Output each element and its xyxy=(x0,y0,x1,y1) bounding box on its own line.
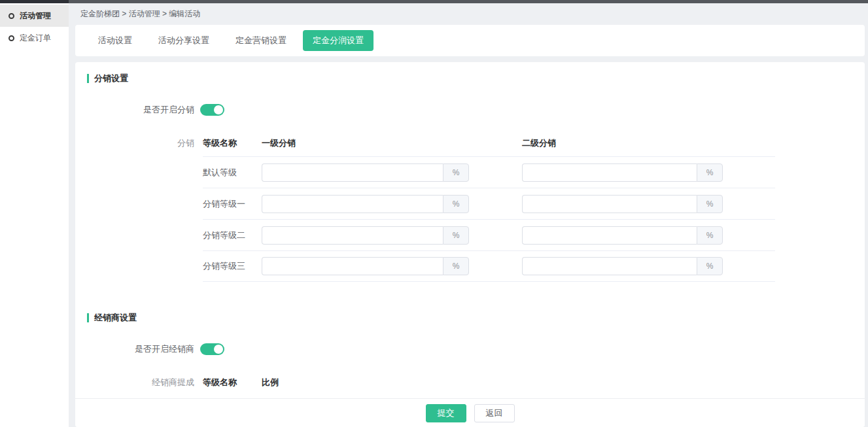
level2-percent-input[interactable] xyxy=(522,226,697,245)
percent-suffix: % xyxy=(443,226,469,245)
section-accent-bar xyxy=(87,74,89,83)
sidebar-item-deposit-orders[interactable]: 定金订单 xyxy=(0,27,69,49)
breadcrumb: 定金阶梯团 > 活动管理 > 编辑活动 xyxy=(75,3,865,25)
distribution-toggle-label: 是否开启分销 xyxy=(75,104,194,116)
level1-input-cell: % xyxy=(262,226,522,245)
footer-action-bar: 提交 返回 xyxy=(75,398,865,427)
app-layout: 活动管理 定金订单 定金阶梯团 > 活动管理 > 编辑活动 活动设置 活动分享设… xyxy=(0,3,868,427)
distribution-toggle-switch[interactable] xyxy=(200,104,224,116)
row-label: 分销等级三 xyxy=(203,260,262,272)
level1-input-cell: % xyxy=(262,163,522,182)
table-row: 分销等级二 % % xyxy=(203,219,775,250)
distribution-group-label: 分销 xyxy=(75,137,194,149)
circle-icon xyxy=(9,13,14,19)
section-title-text: 分销设置 xyxy=(94,73,128,84)
dealer-toggle-row: 是否开启经销商 xyxy=(75,343,865,355)
table-row: 默认等级 % % xyxy=(203,156,775,188)
tab-deposit-profit-settings[interactable]: 定金分润设置 xyxy=(303,30,373,51)
sidebar: 活动管理 定金订单 xyxy=(0,3,69,427)
tab-activity-settings[interactable]: 活动设置 xyxy=(88,30,142,51)
dealer-section-title: 经销商设置 xyxy=(87,312,865,324)
top-dark-strip xyxy=(0,0,868,3)
percent-suffix: % xyxy=(697,226,723,245)
submit-button[interactable]: 提交 xyxy=(426,404,466,422)
column-header-level1: 一级分销 xyxy=(262,137,522,149)
row-label: 默认等级 xyxy=(203,167,262,179)
dealer-table-header: 经销商提成 等级名称 比例 xyxy=(75,376,865,389)
settings-panel: 分销设置 是否开启分销 分销 等级名称 一级分销 二级分销 默认等级 xyxy=(75,62,865,427)
content-area: 定金阶梯团 > 活动管理 > 编辑活动 活动设置 活动分享设置 定金营销设置 定… xyxy=(69,3,868,427)
sidebar-item-label: 定金订单 xyxy=(20,33,51,44)
level1-input-cell: % xyxy=(262,195,522,213)
row-label: 分销等级二 xyxy=(203,230,262,241)
percent-suffix: % xyxy=(697,163,723,182)
percent-suffix: % xyxy=(697,195,723,213)
sidebar-item-label: 活动管理 xyxy=(20,10,51,22)
row-label: 分销等级一 xyxy=(203,198,262,210)
distribution-table: 默认等级 % % 分销等级一 xyxy=(203,156,775,282)
percent-suffix: % xyxy=(443,195,469,213)
table-row: 分销等级一 % % xyxy=(203,188,775,219)
level2-input-cell: % xyxy=(522,195,782,213)
level2-percent-input[interactable] xyxy=(522,257,697,275)
toggle-knob-icon xyxy=(214,345,223,354)
back-button[interactable]: 返回 xyxy=(474,404,515,422)
level1-percent-input[interactable] xyxy=(262,226,443,245)
tab-bar: 活动设置 活动分享设置 定金营销设置 定金分润设置 xyxy=(75,25,865,56)
toggle-knob-icon xyxy=(214,105,223,114)
dealer-group-label: 经销商提成 xyxy=(75,377,194,388)
column-header-level-name: 等级名称 xyxy=(203,377,262,388)
dealer-toggle-switch[interactable] xyxy=(200,343,224,355)
tab-activity-share-settings[interactable]: 活动分享设置 xyxy=(148,30,219,51)
level2-input-cell: % xyxy=(522,226,782,245)
dealer-toggle-label: 是否开启经销商 xyxy=(75,343,194,355)
distribution-section-title: 分销设置 xyxy=(87,73,865,84)
level2-input-cell: % xyxy=(522,163,782,182)
percent-suffix: % xyxy=(443,257,469,275)
distribution-table-header: 分销 等级名称 一级分销 二级分销 xyxy=(75,137,865,150)
percent-suffix: % xyxy=(697,257,723,275)
distribution-toggle-row: 是否开启分销 xyxy=(75,104,865,116)
column-header-ratio: 比例 xyxy=(262,377,522,388)
level2-percent-input[interactable] xyxy=(522,195,697,213)
section-title-text: 经销商设置 xyxy=(94,312,137,324)
column-header-level-name: 等级名称 xyxy=(203,137,262,149)
section-accent-bar xyxy=(87,313,89,322)
sidebar-item-activity-management[interactable]: 活动管理 xyxy=(0,5,69,27)
circle-icon xyxy=(9,35,14,41)
table-row: 分销等级三 % % xyxy=(203,250,775,282)
level2-input-cell: % xyxy=(522,257,782,275)
percent-suffix: % xyxy=(443,163,469,182)
level1-input-cell: % xyxy=(262,257,522,275)
top-dark-strip-left xyxy=(0,0,69,3)
tab-deposit-marketing-settings[interactable]: 定金营销设置 xyxy=(226,30,296,51)
level2-percent-input[interactable] xyxy=(522,163,697,182)
level1-percent-input[interactable] xyxy=(262,163,443,182)
level1-percent-input[interactable] xyxy=(262,195,443,213)
column-header-level2: 二级分销 xyxy=(522,137,782,149)
level1-percent-input[interactable] xyxy=(262,257,443,275)
